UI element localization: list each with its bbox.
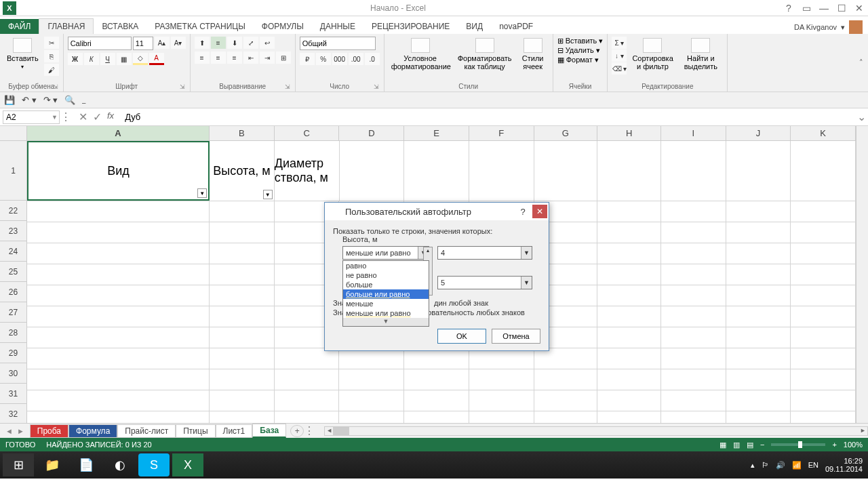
cell[interactable]: [534, 141, 598, 201]
row-header[interactable]: 1: [0, 141, 26, 201]
cell[interactable]: [597, 243, 661, 264]
cell[interactable]: [404, 369, 469, 390]
cell[interactable]: [597, 327, 661, 348]
cell[interactable]: [661, 222, 726, 243]
column-header[interactable]: E: [404, 126, 469, 140]
view-layout-button[interactable]: ▥: [733, 441, 740, 449]
cell[interactable]: [726, 306, 791, 327]
close-icon[interactable]: ✕: [850, 1, 868, 16]
cell[interactable]: [534, 348, 598, 369]
row-header[interactable]: 29: [0, 343, 26, 363]
tab-view[interactable]: ВИД: [458, 19, 491, 34]
column-header[interactable]: K: [791, 126, 856, 140]
cell[interactable]: [726, 348, 791, 369]
cell[interactable]: Высота, м▼: [210, 141, 275, 201]
cell[interactable]: [534, 369, 598, 390]
launcher-icon[interactable]: ⇲: [373, 83, 380, 90]
shrink-font-button[interactable]: A▾: [171, 37, 186, 49]
align-right-button[interactable]: ≡: [227, 52, 242, 64]
fx-icon[interactable]: fx: [107, 110, 114, 123]
cell[interactable]: [404, 390, 469, 411]
cell[interactable]: [339, 369, 404, 390]
tab-insert[interactable]: ВСТАВКА: [94, 19, 146, 34]
cell[interactable]: Вид▼: [27, 141, 210, 201]
cell[interactable]: [210, 243, 275, 264]
cell[interactable]: [791, 222, 856, 243]
dropdown-option[interactable]: больше или равно: [343, 289, 429, 299]
cell[interactable]: [339, 348, 404, 369]
cell[interactable]: [210, 201, 275, 222]
cell[interactable]: [791, 306, 856, 327]
column-header[interactable]: C: [275, 126, 340, 140]
cell[interactable]: [726, 264, 791, 285]
cell[interactable]: [791, 264, 856, 285]
cell[interactable]: [210, 327, 275, 348]
filter-button[interactable]: ▼: [197, 188, 207, 198]
dialog-titlebar[interactable]: Пользовательский автофильтр ? ✕: [325, 203, 549, 220]
task-excel[interactable]: X: [172, 453, 203, 476]
cell[interactable]: [27, 243, 210, 264]
cell[interactable]: [275, 348, 340, 369]
format-painter-button[interactable]: 🖌: [44, 64, 59, 76]
filter-button[interactable]: ▼: [263, 190, 273, 199]
size-select[interactable]: [133, 37, 153, 50]
format-table-button[interactable]: Форматировать как таблицу: [455, 37, 515, 72]
help-icon[interactable]: ?: [780, 1, 797, 16]
cell[interactable]: [27, 222, 210, 243]
cell[interactable]: [404, 348, 469, 369]
tab-data[interactable]: ДАННЫЕ: [312, 19, 363, 34]
launcher-icon[interactable]: ⇲: [52, 83, 59, 90]
percent-button[interactable]: %: [316, 53, 331, 65]
tray-clock[interactable]: 16:2909.11.2014: [825, 457, 863, 473]
redo-button[interactable]: ↷ ▾: [43, 95, 58, 105]
task-notepad[interactable]: 📄: [71, 453, 102, 476]
cell[interactable]: [275, 390, 340, 411]
row-header[interactable]: 25: [0, 262, 26, 282]
value-1-combo[interactable]: 4▼: [437, 246, 532, 260]
sheet-tab-list1[interactable]: Лист1: [216, 424, 253, 438]
row-header[interactable]: 26: [0, 282, 26, 302]
cell[interactable]: [791, 348, 856, 369]
row-header[interactable]: 23: [0, 221, 26, 241]
cell[interactable]: [210, 369, 275, 390]
cell[interactable]: [210, 285, 275, 306]
format-cells-button[interactable]: ▦ Формат ▾: [557, 56, 599, 64]
cell[interactable]: [726, 243, 791, 264]
column-header[interactable]: B: [210, 126, 275, 140]
task-skype[interactable]: S: [138, 453, 170, 476]
font-select[interactable]: [68, 37, 132, 50]
tray-icon[interactable]: 🏳: [762, 461, 769, 469]
tray-icon[interactable]: ▴: [751, 461, 755, 470]
zoom-in-button[interactable]: +: [832, 441, 836, 449]
insert-cells-button[interactable]: ⊞ Вставить ▾: [557, 37, 604, 45]
comma-button[interactable]: 000: [332, 53, 347, 65]
cell[interactable]: [27, 201, 210, 222]
cell[interactable]: [726, 141, 791, 201]
cell[interactable]: [791, 390, 856, 411]
cell[interactable]: [27, 285, 210, 306]
task-chrome[interactable]: ◐: [104, 453, 136, 476]
cell[interactable]: [210, 348, 275, 369]
cell[interactable]: [661, 369, 726, 390]
cell[interactable]: [339, 390, 404, 411]
merge-button[interactable]: ⊞: [276, 52, 291, 64]
cell[interactable]: [791, 141, 856, 201]
cell[interactable]: [726, 327, 791, 348]
column-header[interactable]: H: [597, 126, 661, 140]
cell[interactable]: [661, 285, 726, 306]
cell[interactable]: [661, 327, 726, 348]
save-button[interactable]: 💾: [4, 95, 15, 105]
cell[interactable]: [27, 369, 210, 390]
view-page-break-button[interactable]: ▤: [747, 441, 753, 449]
cell[interactable]: [27, 348, 210, 369]
tray-icon[interactable]: 🔊: [776, 461, 785, 470]
sheet-nav-next[interactable]: ►: [17, 427, 24, 435]
print-preview-button[interactable]: 🔍: [64, 95, 75, 105]
maximize-icon[interactable]: ☐: [833, 1, 850, 16]
cell[interactable]: [597, 201, 661, 222]
row-header[interactable]: 27: [0, 302, 26, 323]
tab-review[interactable]: РЕЦЕНЗИРОВАНИЕ: [363, 19, 458, 34]
value-2-combo[interactable]: 5▼: [437, 276, 532, 289]
cell[interactable]: Диаметр ствола, м: [275, 141, 340, 201]
formula-input[interactable]: Дуб: [121, 112, 857, 122]
